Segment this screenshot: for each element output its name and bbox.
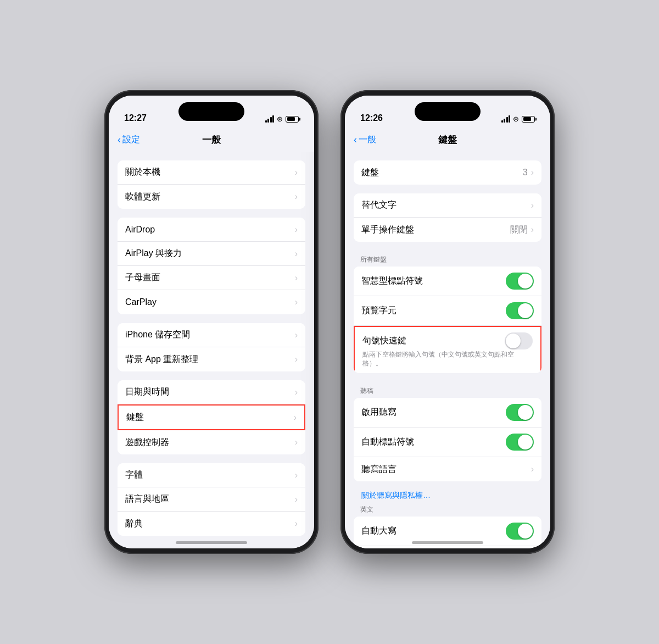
section-label-dictation: 聽稿	[354, 382, 541, 398]
row-gamecontroller[interactable]: 遊戲控制器 ›	[118, 430, 305, 454]
settings-group-3: iPhone 儲存空間 › 背景 App 重新整理 ›	[118, 323, 305, 371]
settings-group-5: 字體 › 語言與地區 › 辭典 ›	[118, 463, 305, 536]
dynamic-island-left	[178, 102, 244, 121]
right-section-1: 鍵盤 3 ›	[354, 160, 541, 185]
section-label-english: 英文	[354, 501, 541, 517]
settings-group-4: 日期與時間 › 鍵盤 › 遊戲控制器 ›	[118, 380, 305, 454]
time-right: 12:26	[360, 113, 383, 123]
wifi-icon-right: ⊛	[513, 115, 519, 123]
row-datetime[interactable]: 日期與時間 ›	[118, 380, 305, 404]
row-airdrop[interactable]: AirDrop ›	[118, 218, 305, 242]
row-dictionary[interactable]: 辭典 ›	[118, 512, 305, 536]
right-group-1: 鍵盤 3 ›	[354, 160, 541, 185]
row-text-replacement[interactable]: 替代文字 ›	[354, 193, 541, 218]
row-auto-punctuation[interactable]: 自動標點符號	[354, 428, 541, 457]
period-shortcut-subtitle: 點兩下空格鍵將輸入句號（中文句號或英文句點和空格）。	[362, 351, 533, 368]
row-language[interactable]: 語言與地區 ›	[118, 487, 305, 512]
right-section-keyboards: 智慧型標點符號 預覽字元 句號快速鍵	[354, 267, 541, 373]
right-group-dictation: 啟用聽寫 自動標點符號 聽寫語言 ›	[354, 398, 541, 481]
toggle-preview-char[interactable]	[506, 302, 534, 319]
nav-title-left: 一般	[202, 134, 221, 146]
row-software-update[interactable]: 軟體更新 ›	[118, 185, 305, 209]
dictation-privacy-link-container: 關於聽寫與隱私權…	[354, 490, 541, 501]
toggle-auto-capitalize[interactable]	[506, 523, 534, 540]
row-enable-dictation[interactable]: 啟用聽寫	[354, 398, 541, 428]
section-1: 關於本機 › 軟體更新 ›	[118, 160, 305, 209]
left-screen: 12:27 ⊛ ‹ 設定 一般	[109, 96, 314, 548]
toggle-smart-punct[interactable]	[506, 273, 534, 290]
row-dictation-language[interactable]: 聽寫語言 ›	[354, 457, 541, 481]
back-button-right[interactable]: ‹ 一般	[354, 134, 376, 146]
phone-right: 12:26 ⊛ ‹ 一般 鍵盤	[340, 90, 555, 554]
section-5: 字體 › 語言與地區 › 辭典 ›	[118, 463, 305, 536]
row-keyboard[interactable]: 鍵盤 ›	[118, 404, 305, 430]
row-period-shortcut[interactable]: 句號快速鍵 點兩下空格鍵將輸入句號（中文句號或英文句點和空格）。	[354, 326, 541, 373]
status-icons-right: ⊛	[501, 115, 535, 123]
row-auto-correct[interactable]: 自動修正	[354, 546, 541, 548]
right-section-dictation: 啟用聽寫 自動標點符號 聽寫語言 ›	[354, 398, 541, 481]
signal-icon-right	[501, 115, 511, 123]
row-fonts[interactable]: 字體 ›	[118, 463, 305, 487]
row-keyboards[interactable]: 鍵盤 3 ›	[354, 160, 541, 185]
nav-bar-left: ‹ 設定 一般	[109, 127, 314, 152]
back-label-right: 一般	[359, 134, 376, 146]
settings-group-1: 關於本機 › 軟體更新 ›	[118, 160, 305, 209]
status-icons-left: ⊛	[265, 115, 299, 123]
toggle-enable-dictation[interactable]	[506, 404, 534, 421]
content-left: 關於本機 › 軟體更新 › AirDrop ›	[109, 152, 314, 548]
wifi-icon: ⊛	[277, 115, 283, 123]
signal-icon	[265, 115, 275, 123]
toggle-auto-punctuation[interactable]	[506, 434, 534, 451]
section-label-all-keyboards: 所有鍵盤	[354, 251, 541, 267]
row-storage[interactable]: iPhone 儲存空間 ›	[118, 323, 305, 347]
row-pip[interactable]: 子母畫面 ›	[118, 266, 305, 290]
row-preview-char[interactable]: 預覽字元	[354, 296, 541, 326]
nav-bar-right: ‹ 一般 鍵盤	[345, 127, 550, 152]
row-one-hand-keyboard[interactable]: 單手操作鍵盤 關閉 ›	[354, 218, 541, 242]
row-smart-punctuation[interactable]: 智慧型標點符號	[354, 267, 541, 296]
dynamic-island-right	[415, 102, 481, 121]
back-button-left[interactable]: ‹ 設定	[118, 134, 140, 146]
home-indicator-left	[176, 541, 247, 544]
settings-group-2: AirDrop › AirPlay 與接力 › 子母畫面 › CarPlay ›	[118, 218, 305, 314]
nav-title-right: 鍵盤	[438, 134, 457, 146]
back-label-left: 設定	[122, 134, 140, 146]
row-carplay[interactable]: CarPlay ›	[118, 290, 305, 314]
dictation-privacy-link[interactable]: 關於聽寫與隱私權…	[354, 487, 438, 503]
section-3: iPhone 儲存空間 › 背景 App 重新整理 ›	[118, 323, 305, 371]
right-section-2: 替代文字 › 單手操作鍵盤 關閉 ›	[354, 193, 541, 242]
section-4: 日期與時間 › 鍵盤 › 遊戲控制器 ›	[118, 380, 305, 454]
right-group-keyboards: 智慧型標點符號 預覽字元 句號快速鍵	[354, 267, 541, 373]
right-screen: 12:26 ⊛ ‹ 一般 鍵盤	[345, 96, 550, 548]
phone-left: 12:27 ⊛ ‹ 設定 一般	[104, 90, 319, 554]
battery-icon	[286, 116, 299, 123]
time-left: 12:27	[124, 113, 147, 123]
right-group-2: 替代文字 › 單手操作鍵盤 關閉 ›	[354, 193, 541, 242]
back-chevron-right: ‹	[354, 134, 357, 146]
home-indicator-right	[412, 541, 483, 544]
row-airplay[interactable]: AirPlay 與接力 ›	[118, 242, 305, 266]
back-chevron-left: ‹	[118, 134, 121, 146]
section-2: AirDrop › AirPlay 與接力 › 子母畫面 › CarPlay ›	[118, 218, 305, 314]
battery-icon-right	[522, 116, 535, 123]
content-right: 鍵盤 3 › 替代文字 › 單手操作鍵盤 關閉 ›	[345, 152, 550, 548]
row-about[interactable]: 關於本機 ›	[118, 160, 305, 185]
toggle-period-shortcut[interactable]	[505, 332, 533, 349]
row-background-refresh[interactable]: 背景 App 重新整理 ›	[118, 347, 305, 371]
